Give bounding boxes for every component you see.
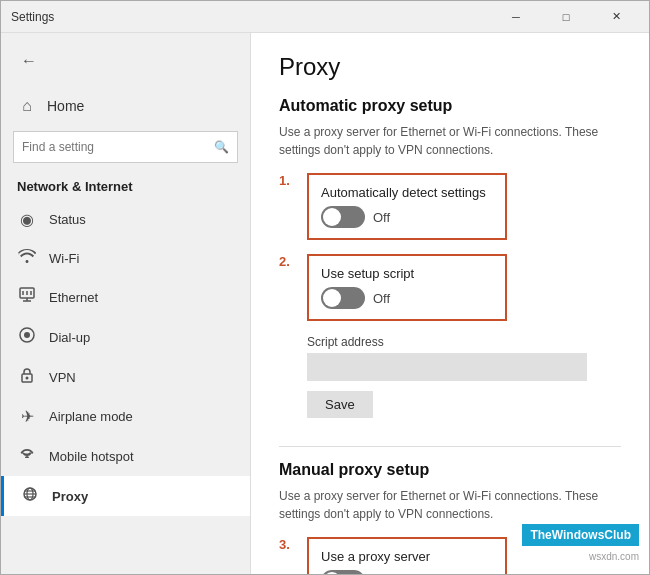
step1-box: Automatically detect settings Off bbox=[307, 173, 507, 240]
sidebar-label-ethernet: Ethernet bbox=[49, 290, 98, 305]
sidebar-item-home[interactable]: ⌂ Home bbox=[1, 85, 250, 127]
sidebar-label-status: Status bbox=[49, 212, 86, 227]
step1-wrapper: 1. Automatically detect settings Off bbox=[307, 173, 621, 254]
step2-wrapper: 2. Use setup script Off bbox=[307, 254, 621, 335]
sidebar-label-dialup: Dial-up bbox=[49, 330, 90, 345]
vpn-icon bbox=[17, 367, 37, 387]
script-address-label: Script address bbox=[307, 335, 621, 349]
step1-toggle[interactable] bbox=[321, 206, 365, 228]
step3-wrapper: 3. Use a proxy server Off bbox=[307, 537, 621, 575]
proxy-icon bbox=[20, 486, 40, 506]
script-address-input[interactable] bbox=[307, 353, 587, 381]
svg-point-7 bbox=[24, 332, 30, 338]
divider bbox=[279, 446, 621, 447]
step3-toggle[interactable] bbox=[321, 570, 365, 575]
sidebar-item-proxy[interactable]: Proxy bbox=[1, 476, 250, 516]
home-label: Home bbox=[47, 98, 84, 114]
home-icon: ⌂ bbox=[17, 97, 37, 115]
step1-label: Automatically detect settings bbox=[321, 185, 493, 200]
sidebar-section-title: Network & Internet bbox=[1, 171, 250, 200]
sidebar: ← ⌂ Home 🔍 Network & Internet ◉ Status W… bbox=[1, 33, 251, 575]
step2-label: Use setup script bbox=[321, 266, 493, 281]
sidebar-label-hotspot: Mobile hotspot bbox=[49, 449, 134, 464]
app-body: ← ⌂ Home 🔍 Network & Internet ◉ Status W… bbox=[1, 33, 649, 575]
sidebar-label-airplane: Airplane mode bbox=[49, 409, 133, 424]
step2-box: Use setup script Off bbox=[307, 254, 507, 321]
auto-description: Use a proxy server for Ethernet or Wi-Fi… bbox=[279, 123, 621, 159]
sidebar-item-status[interactable]: ◉ Status bbox=[1, 200, 250, 239]
step3-label: Use a proxy server bbox=[321, 549, 493, 564]
sidebar-label-vpn: VPN bbox=[49, 370, 76, 385]
sidebar-item-ethernet[interactable]: Ethernet bbox=[1, 277, 250, 317]
step1-toggle-row: Off bbox=[321, 206, 493, 228]
search-input[interactable] bbox=[22, 140, 208, 154]
minimize-button[interactable]: ─ bbox=[493, 1, 539, 33]
dialup-icon bbox=[17, 327, 37, 347]
manual-section-title: Manual proxy setup bbox=[279, 461, 621, 479]
search-icon: 🔍 bbox=[214, 140, 229, 154]
save-button[interactable]: Save bbox=[307, 391, 373, 418]
sidebar-item-wifi[interactable]: Wi-Fi bbox=[1, 239, 250, 277]
step2-number: 2. bbox=[279, 254, 290, 269]
step3-number: 3. bbox=[279, 537, 290, 552]
step2-toggle[interactable] bbox=[321, 287, 365, 309]
status-icon: ◉ bbox=[17, 210, 37, 229]
step1-number: 1. bbox=[279, 173, 290, 188]
search-box[interactable]: 🔍 bbox=[13, 131, 238, 163]
sidebar-label-proxy: Proxy bbox=[52, 489, 88, 504]
titlebar-controls: ─ □ ✕ bbox=[493, 1, 639, 33]
step2-toggle-row: Off bbox=[321, 287, 493, 309]
sidebar-item-airplane[interactable]: ✈ Airplane mode bbox=[1, 397, 250, 436]
titlebar: Settings ─ □ ✕ bbox=[1, 1, 649, 33]
wifi-icon bbox=[17, 249, 37, 267]
sidebar-item-dialup[interactable]: Dial-up bbox=[1, 317, 250, 357]
sidebar-item-vpn[interactable]: VPN bbox=[1, 357, 250, 397]
page-title: Proxy bbox=[279, 53, 621, 81]
step2-toggle-label: Off bbox=[373, 291, 390, 306]
manual-description: Use a proxy server for Ethernet or Wi-Fi… bbox=[279, 487, 621, 523]
step3-box: Use a proxy server Off bbox=[307, 537, 507, 575]
sidebar-item-hotspot[interactable]: Mobile hotspot bbox=[1, 436, 250, 476]
svg-point-9 bbox=[26, 377, 29, 380]
hotspot-icon bbox=[17, 446, 37, 466]
maximize-button[interactable]: □ bbox=[543, 1, 589, 33]
titlebar-left: Settings bbox=[11, 10, 54, 24]
close-button[interactable]: ✕ bbox=[593, 1, 639, 33]
content-area: Proxy Automatic proxy setup Use a proxy … bbox=[251, 33, 649, 575]
sidebar-label-wifi: Wi-Fi bbox=[49, 251, 79, 266]
airplane-icon: ✈ bbox=[17, 407, 37, 426]
back-button[interactable]: ← bbox=[5, 37, 53, 85]
ethernet-icon bbox=[17, 287, 37, 307]
titlebar-title: Settings bbox=[11, 10, 54, 24]
auto-section-title: Automatic proxy setup bbox=[279, 97, 621, 115]
step1-toggle-label: Off bbox=[373, 210, 390, 225]
script-address-section: Script address Save bbox=[307, 335, 621, 438]
step3-toggle-row: Off bbox=[321, 570, 493, 575]
